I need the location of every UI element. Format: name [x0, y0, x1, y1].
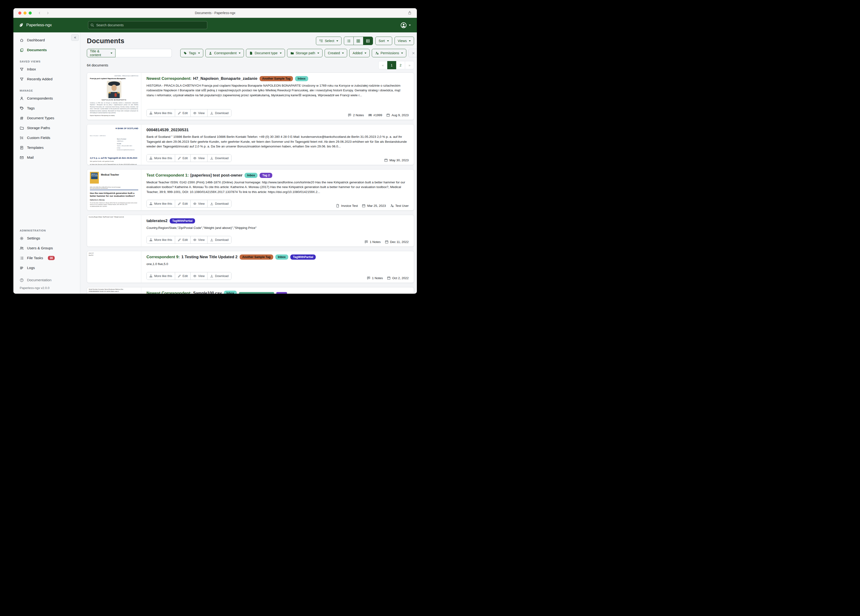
document-title[interactable]: tablerates2: [146, 218, 168, 223]
forward-icon[interactable]: [46, 11, 50, 15]
meta-calendar: May 30, 2023: [384, 159, 409, 162]
sidebar-item-correspondents[interactable]: Correspondents: [13, 93, 80, 103]
view-button[interactable]: View: [190, 154, 207, 162]
download-button[interactable]: Download: [207, 236, 231, 244]
sidebar-collapse-button[interactable]: [71, 34, 79, 41]
filter-field-selector[interactable]: Title & content: [87, 49, 116, 57]
tag-pill[interactable]: [276, 292, 287, 294]
document-title[interactable]: Test Correspondent 1: [paperless] test p…: [146, 173, 242, 178]
download-button[interactable]: Download: [207, 154, 231, 162]
correspondent-filter-button[interactable]: Correspondent: [206, 49, 244, 57]
document-thumbnail[interactable]: Country,Region/State,"Zip/Postal Code","…: [87, 215, 141, 247]
more-like-this-button[interactable]: More like this: [147, 200, 175, 207]
brand[interactable]: Paperless-ngx: [19, 22, 52, 28]
edit-button[interactable]: Edit: [175, 109, 190, 117]
created-filter-button[interactable]: Created: [325, 49, 347, 57]
sidebar-item-recently-added[interactable]: Recently Added: [13, 74, 80, 84]
document-title[interactable]: Newest Correspondent: Sample100.csv: [146, 291, 222, 294]
more-like-this-button[interactable]: More like this: [147, 236, 175, 244]
document-thumbnail[interactable]: Serial Number,Company Name,Employee Mark…: [87, 288, 141, 294]
sidebar-item-mail[interactable]: Mail: [13, 152, 80, 162]
document-correspondent[interactable]: Correspondent 9:: [146, 255, 180, 259]
sidebar-item-custom-fields[interactable]: Custom Fields: [13, 133, 80, 143]
sidebar-item-inbox[interactable]: Inbox: [13, 64, 80, 74]
sidebar-item-file-tasks[interactable]: File Tasks 16: [13, 253, 80, 263]
edit-button[interactable]: Edit: [175, 154, 190, 162]
sidebar-item-logs[interactable]: Logs: [13, 263, 80, 273]
document-thumbnail[interactable]: MEDICAL TEACHER Medical Teacher ISSN: 01…: [87, 170, 141, 211]
document-thumbnail[interactable]: HISTORIA - PRACA DLA CHĘTNYCH Francja po…: [87, 73, 141, 120]
sidebar-item-dashboard[interactable]: Dashboard: [13, 35, 80, 45]
tag-pill[interactable]: TagWithPartial: [170, 218, 195, 223]
tag-pill[interactable]: Another Sample Tag: [260, 76, 293, 81]
reset-filters-button[interactable]: Reset filters: [408, 49, 417, 57]
document-title[interactable]: Newest Correspondent: H7_Napoleon_Bonapa…: [146, 76, 257, 81]
download-button[interactable]: Download: [207, 272, 231, 280]
tag-pill[interactable]: Tag 2: [260, 173, 272, 178]
view-button[interactable]: View: [190, 272, 207, 280]
document-correspondent[interactable]: Newest Correspondent:: [146, 76, 191, 81]
tags-icon: [20, 106, 24, 110]
sidebar-item-users-groups[interactable]: Users & Groups: [13, 243, 80, 253]
added-filter-button[interactable]: Added: [349, 49, 370, 57]
tag-pill[interactable]: TagWithPartial: [290, 255, 316, 260]
sidebar-item-settings[interactable]: Settings: [13, 233, 80, 243]
select-button[interactable]: Select: [316, 37, 342, 45]
document-correspondent[interactable]: Newest Correspondent:: [146, 291, 191, 294]
tags-filter-button[interactable]: Tags: [180, 49, 204, 57]
document-title[interactable]: 0004814539_20230531: [146, 128, 189, 132]
sidebar-item-document-types[interactable]: Document Types: [13, 113, 80, 123]
file-tasks-badge: 16: [48, 256, 55, 260]
back-icon[interactable]: [38, 11, 41, 15]
view-button[interactable]: View: [190, 200, 207, 207]
user-menu[interactable]: [400, 22, 411, 28]
pagination-page-1[interactable]: 1: [387, 61, 396, 69]
more-like-this-button[interactable]: More like this: [147, 272, 175, 280]
sidebar-item-documentation[interactable]: Documentation: [13, 276, 80, 284]
edit-button[interactable]: Edit: [175, 272, 190, 280]
permissions-filter-button[interactable]: Permissions: [372, 49, 406, 57]
tag-pill[interactable]: Inbox: [224, 291, 237, 294]
view-button[interactable]: View: [190, 236, 207, 244]
sidebar-item-storage-paths[interactable]: Storage Paths: [13, 123, 80, 133]
filter-text-input[interactable]: [116, 49, 172, 57]
document-type-filter-button[interactable]: Document type: [246, 49, 285, 57]
share-icon[interactable]: [408, 11, 412, 15]
download-button[interactable]: Download: [207, 109, 231, 117]
tag-pill[interactable]: Inbox: [245, 173, 257, 178]
view-list-button[interactable]: [344, 37, 353, 45]
pagination-first[interactable]: «: [378, 61, 387, 69]
view-grid-button[interactable]: [353, 37, 363, 45]
document-thumbnail[interactable]: ✳ BANK OF SCOTLAND Bank of Scotland · 10…: [87, 124, 141, 165]
download-button[interactable]: Download: [207, 200, 231, 207]
more-like-this-button[interactable]: More like this: [147, 154, 175, 162]
document-title[interactable]: Correspondent 9: 1 Testing New Title Upd…: [146, 255, 237, 259]
tag-pill[interactable]: Inbox: [295, 76, 308, 81]
edit-button[interactable]: Edit: [175, 200, 190, 207]
document-thumbnail[interactable]: one,1.0 five,5.0: [87, 251, 141, 283]
sidebar-item-documents[interactable]: Documents: [13, 45, 80, 55]
document-correspondent[interactable]: Test Correspondent 1:: [146, 173, 189, 178]
edit-button[interactable]: Edit: [175, 236, 190, 244]
minimize-window-button[interactable]: [24, 11, 27, 14]
search-input[interactable]: [88, 21, 207, 29]
sidebar-item-tags[interactable]: Tags: [13, 103, 80, 113]
close-window-button[interactable]: [18, 11, 21, 14]
tag-pill[interactable]: Inbox: [275, 255, 288, 260]
tag-pill[interactable]: Another Sample Tag: [240, 255, 273, 260]
eye-icon: [193, 112, 196, 115]
view-detail-button[interactable]: [363, 37, 373, 45]
chevron-down-icon: [387, 40, 389, 42]
sidebar-item-templates[interactable]: Templates: [13, 143, 80, 152]
storage-path-filter-button[interactable]: Storage path: [287, 49, 322, 57]
sort-button[interactable]: Sort: [375, 37, 392, 45]
tag-pill[interactable]: [239, 292, 274, 294]
pagination-page-2[interactable]: 2: [396, 61, 405, 69]
view-button[interactable]: View: [190, 109, 207, 117]
zoom-window-button[interactable]: [29, 11, 32, 14]
sidebar-item-label: Inbox: [27, 67, 36, 71]
more-like-this-button[interactable]: More like this: [147, 109, 175, 117]
pagination-last[interactable]: »: [405, 61, 414, 69]
thumb-text: 2,0 % p. a. auf Ihr Tagesgeld ab dem 29.…: [90, 157, 138, 159]
views-button[interactable]: Views: [395, 37, 414, 45]
